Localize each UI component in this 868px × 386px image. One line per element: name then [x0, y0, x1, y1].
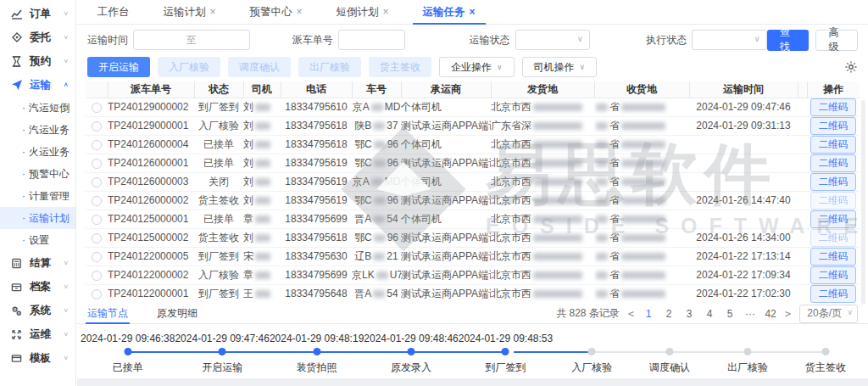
sidebar-item-system[interactable]: 系统 ∨: [0, 299, 75, 322]
table-row[interactable]: TP240122000001 到厂签到 王 18334795648 晋A54 测…: [86, 284, 860, 303]
page-number[interactable]: 1: [643, 308, 654, 320]
transport-status-select[interactable]: ∨: [515, 30, 591, 50]
qr-code-button[interactable]: 二维码: [810, 192, 857, 210]
secondary-action-button[interactable]: 调度确认: [228, 57, 291, 77]
search-button[interactable]: 查找: [767, 30, 810, 51]
origin-cell: 北京市西: [491, 154, 594, 172]
sidebar-item-archive[interactable]: 档案 ∨: [0, 275, 75, 299]
sidebar-item-label: 运输: [30, 78, 63, 92]
secondary-action-button[interactable]: 入厂核验: [158, 57, 220, 77]
table-row[interactable]: TP240129000001 入厂核验 刘 18334795618 陕B37 测…: [86, 116, 860, 135]
secondary-action-button[interactable]: 出厂核验: [298, 57, 361, 77]
page-number[interactable]: 4: [704, 308, 715, 320]
tab-workbench[interactable]: 工作台: [81, 0, 147, 24]
sidebar-subitem[interactable]: · 预警中心: [0, 163, 75, 185]
page-number[interactable]: 2: [663, 308, 675, 320]
row-radio[interactable]: [92, 271, 102, 281]
start-transport-button[interactable]: 开启运输: [87, 57, 150, 77]
tab-transport-task[interactable]: 运输任务×: [406, 0, 492, 24]
carrier-cell: 个体司机: [401, 135, 491, 154]
timeline-node-dot: [124, 348, 131, 355]
qr-code-button[interactable]: 二维码: [810, 285, 857, 303]
column-header: 车号: [352, 81, 401, 98]
secondary-action-button[interactable]: 货主签收: [369, 57, 431, 77]
qr-code-button[interactable]: 二维码: [810, 173, 857, 191]
row-radio[interactable]: [92, 252, 102, 262]
sidebar-item-template[interactable]: 模板 ∨: [0, 346, 75, 370]
qr-code-button[interactable]: 二维码: [810, 229, 857, 247]
sidebar-subitem[interactable]: · 设置: [0, 229, 75, 251]
sidebar-subitem[interactable]: · 汽运业务: [0, 119, 75, 141]
close-icon[interactable]: ×: [383, 6, 389, 18]
dropdown-action-button[interactable]: 司机操作∨: [522, 57, 598, 77]
row-radio[interactable]: [92, 177, 102, 187]
row-radio[interactable]: [92, 140, 102, 150]
row-radio[interactable]: [92, 215, 102, 225]
sidebar-item-settlement[interactable]: 结算 ∨: [0, 251, 75, 275]
close-icon[interactable]: ×: [297, 6, 303, 18]
sidebar-item-orders[interactable]: 订单 ∨: [0, 2, 75, 25]
filter-bar: 运输时间 至 派车单号 运输状态 ∨ 执行状态 ∨ 查找 高级: [77, 27, 868, 53]
timeline-step-label: 已接单: [81, 361, 175, 375]
qr-code-button[interactable]: 二维码: [810, 248, 857, 266]
table-row[interactable]: TP240122000005 到厂签到 宋 18334795630 辽B21 测…: [86, 247, 860, 266]
sidebar-subitem[interactable]: · 汽运短倒: [0, 97, 75, 119]
close-icon[interactable]: ×: [210, 6, 216, 18]
table-row[interactable]: TP240125000001 已接单 章 18334795699 晋A54 个体…: [86, 210, 860, 228]
table-row[interactable]: TP240126000001 已接单 刘 18334795619 鄂C96 测试…: [86, 154, 860, 172]
bottom-tab[interactable]: 运输节点: [87, 304, 128, 323]
page-number[interactable]: 5: [724, 308, 736, 320]
sidebar-item-delegate[interactable]: 委托 ∨: [0, 25, 75, 49]
row-radio[interactable]: [92, 103, 102, 113]
tab-short-haul-plan[interactable]: 短倒计划×: [320, 0, 406, 24]
next-page-icon[interactable]: >: [785, 308, 791, 320]
dropdown-action-button[interactable]: 企业操作∨: [439, 57, 515, 77]
table-scrollbar[interactable]: [861, 100, 865, 304]
column-settings-gear-icon[interactable]: [844, 60, 858, 74]
row-radio[interactable]: [92, 121, 102, 131]
qr-code-button[interactable]: 二维码: [810, 98, 857, 116]
page-size-select[interactable]: 20条/页∨: [799, 305, 858, 323]
table-row[interactable]: TP240126000002 货主签收 刘 18334795619 鄂C96 测…: [86, 191, 860, 210]
redacted-text: [621, 253, 665, 260]
bottom-bar: 运输节点 原发明细 共 828 条记录 < 1 2 3 4 5 ··· 42 >…: [77, 304, 868, 324]
prev-page-icon[interactable]: <: [628, 308, 634, 320]
sidebar-item-appointment[interactable]: 预约 ∨: [0, 49, 75, 73]
qr-code-button[interactable]: 二维码: [810, 210, 857, 228]
qr-code-button[interactable]: 二维码: [810, 154, 857, 172]
sidebar-subitem[interactable]: · 计量管理: [0, 185, 75, 207]
row-radio[interactable]: [92, 196, 102, 206]
row-radio[interactable]: [92, 233, 102, 243]
table-row[interactable]: TP240129000002 到厂签到 刘 18334795610 京AMD 个…: [86, 98, 860, 116]
bottom-tab[interactable]: 原发明细: [157, 304, 198, 323]
sidebar-item-ops[interactable]: 运维 ∨: [0, 322, 75, 346]
close-icon[interactable]: ×: [470, 6, 476, 18]
redacted-text: [255, 159, 270, 167]
tab-transport-plan[interactable]: 运输计划×: [147, 0, 233, 24]
exec-status-select[interactable]: ∨: [692, 30, 767, 50]
row-radio[interactable]: [92, 289, 102, 299]
sidebar-subitem[interactable]: · 运输计划: [0, 207, 75, 229]
qr-code-button[interactable]: 二维码: [810, 266, 857, 284]
date-range-input[interactable]: 至: [133, 30, 250, 50]
qr-code-button[interactable]: 二维码: [810, 136, 857, 154]
status-cell: 已接单: [194, 154, 243, 172]
row-radio[interactable]: [92, 159, 102, 169]
sidebar-item-transport[interactable]: 运输 ∧: [0, 73, 75, 97]
redacted-text: [255, 197, 270, 204]
advanced-button[interactable]: 高级: [815, 30, 858, 51]
sidebar-subitem[interactable]: · 火运业务: [0, 141, 75, 163]
page-number[interactable]: 42: [765, 308, 776, 320]
qr-code-button[interactable]: 二维码: [810, 117, 857, 135]
status-cell: 到厂签到: [194, 98, 243, 116]
table-row[interactable]: TP240122000002 入厂核验 章 18334795699 京LKU7 …: [86, 266, 860, 284]
table-row[interactable]: TP240126000003 关闭 刘 18334795619 京AMD 个体司…: [86, 172, 860, 191]
page-number[interactable]: 3: [683, 308, 695, 320]
chart-icon: [10, 8, 23, 20]
waybill-input[interactable]: [338, 30, 405, 50]
table-row[interactable]: TP240125000002 货主签收 刘 18334795618 鄂C96 测…: [86, 228, 860, 247]
table-row[interactable]: TP240126000004 已接单 刘 18334795618 鄂C96 个体…: [86, 135, 860, 154]
page-number[interactable]: ···: [744, 308, 756, 320]
timeline-node-dot: [502, 348, 509, 355]
tab-alert-center[interactable]: 预警中心×: [233, 0, 320, 24]
